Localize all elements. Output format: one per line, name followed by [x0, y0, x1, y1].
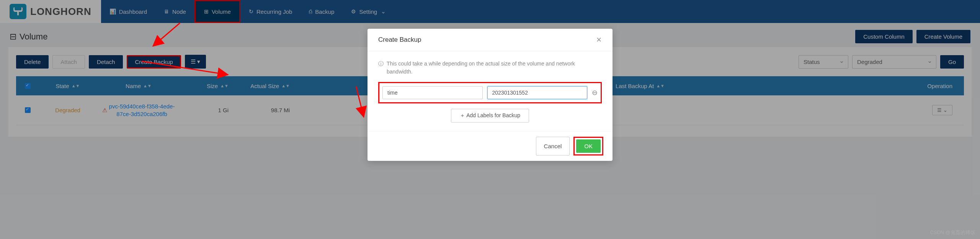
ok-button[interactable]: OK: [576, 139, 601, 153]
label-key-input[interactable]: [382, 86, 483, 99]
modal-footer: Cancel OK: [368, 131, 612, 161]
modal-header: Create Backup ✕: [368, 29, 612, 51]
create-backup-modal: Create Backup ✕ ⓘ This could take a whil…: [368, 29, 612, 161]
add-labels-button[interactable]: ＋ Add Labels for Backup: [451, 109, 529, 123]
modal-title: Create Backup: [378, 36, 421, 44]
label-value-input[interactable]: [487, 86, 588, 99]
modal-info: ⓘ This could take a while depending on t…: [378, 60, 602, 76]
modal-body: ⓘ This could take a while depending on t…: [368, 51, 612, 131]
close-icon[interactable]: ✕: [596, 36, 602, 44]
watermark: CSDN @鬼畜的稀饭: [930, 229, 975, 236]
remove-label-icon[interactable]: ⊖: [592, 88, 598, 97]
cancel-button[interactable]: Cancel: [536, 137, 570, 156]
info-icon: ⓘ: [378, 60, 384, 76]
label-input-row: ⊖: [378, 82, 602, 103]
